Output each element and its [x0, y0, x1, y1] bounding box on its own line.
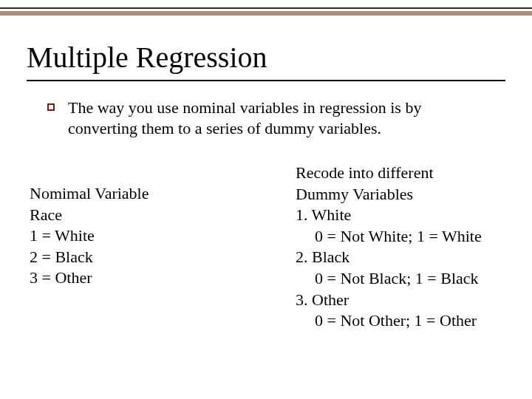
right-item-detail: 0 = Not Other; 1 = Other [296, 310, 502, 332]
left-label: Race [30, 205, 296, 226]
right-item-detail: 0 = Not White; 1 = White [296, 226, 502, 248]
left-item: 2 = Black [30, 247, 296, 268]
slide-top-border [0, 7, 532, 16]
slide-title: Multiple Regression [27, 40, 267, 75]
left-item: 1 = White [30, 225, 296, 247]
bullet-item: The way you use nominal variables in reg… [47, 98, 491, 138]
left-item: 3 = Other [30, 267, 296, 289]
right-heading-line: Dummy Variables [296, 184, 502, 205]
left-column: Nomimal Variable Race 1 = White 2 = Blac… [30, 183, 296, 332]
right-item-title: 3. Other [296, 290, 502, 311]
right-item-title: 1. White [296, 205, 502, 226]
right-heading-line: Recode into different [296, 163, 502, 184]
right-item-detail: 0 = Not Black; 1 = Black [296, 268, 502, 290]
left-heading: Nomimal Variable [30, 183, 296, 205]
bullet-text: The way you use nominal variables in reg… [68, 98, 491, 138]
right-column: Recode into different Dummy Variables 1.… [296, 163, 502, 332]
square-bullet-icon [47, 103, 55, 111]
content-columns: Nomimal Variable Race 1 = White 2 = Blac… [30, 183, 502, 332]
title-underline [27, 80, 505, 81]
right-item-title: 2. Black [296, 247, 502, 268]
